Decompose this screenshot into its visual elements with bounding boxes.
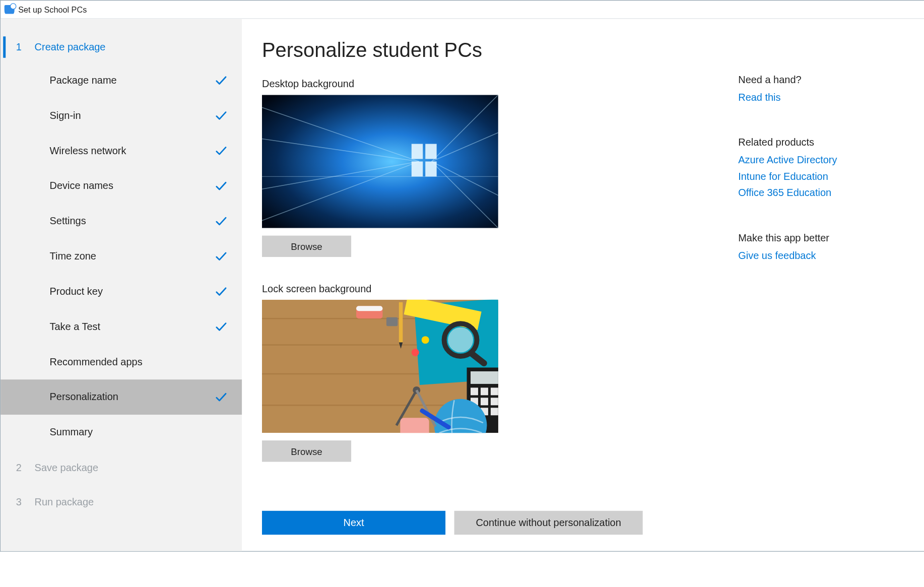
step-1-label: Create package [35,41,106,52]
sidebar-substep-product-key[interactable]: Product key [1,274,242,309]
step-3-label: Run package [35,496,94,507]
sidebar-substep-package-name[interactable]: Package name [1,63,242,98]
sidebar-substep-label: Device names [50,180,113,191]
sidebar-substep-take-a-test[interactable]: Take a Test [1,309,242,345]
sidebar-substep-personalization[interactable]: Personalization [1,379,242,415]
related-link-azure-active-directory[interactable]: Azure Active Directory [738,155,837,166]
app-icon [5,5,15,14]
sidebar-substep-label: Personalization [50,392,118,403]
step-2-label: Save package [35,463,98,474]
related-link-intune-for-education[interactable]: Intune for Education [738,171,828,182]
check-icon [214,179,229,192]
svg-rect-9 [412,144,423,159]
svg-rect-0 [262,95,498,228]
sidebar-substep-sign-in[interactable]: Sign-in [1,98,242,134]
check-icon [214,249,229,263]
help-sidebar: Need a hand? Read this Related products … [738,34,905,510]
sidebar-substep-label: Recommended apps [50,356,143,367]
check-icon [214,214,229,228]
related-heading: Related products [738,137,901,148]
sidebar-substep-label: Summary [50,427,93,438]
step-3-header: 3 Run package [1,486,242,517]
svg-rect-29 [471,371,498,384]
svg-rect-10 [425,144,436,159]
sidebar-substep-label: Package name [50,75,117,86]
accent-bar [3,36,6,57]
form-column: Personalize student PCs Desktop backgrou… [262,34,727,510]
svg-rect-47 [386,317,398,326]
sidebar-substep-settings[interactable]: Settings [1,204,242,239]
sidebar-substep-label: Settings [50,216,86,227]
check-icon [214,320,229,334]
svg-rect-30 [471,387,478,395]
svg-rect-11 [412,161,423,176]
main-pane: Personalize student PCs Desktop backgrou… [242,19,924,551]
lock-bg-preview [262,300,498,433]
app-window: Set up School PCs 1 Create package Packa… [0,0,924,552]
continue-without-button[interactable]: Continue without personalization [454,511,643,535]
related-link-office-365-education[interactable]: Office 365 Education [738,187,831,199]
sidebar: 1 Create package Package nameSign-inWire… [1,19,242,551]
svg-rect-34 [481,398,488,405]
svg-rect-23 [399,302,403,343]
check-icon [214,74,229,87]
svg-rect-31 [481,387,488,395]
sidebar-substep-label: Take a Test [50,321,101,332]
step-2-number: 2 [3,463,34,474]
lock-browse-button[interactable]: Browse [262,440,351,462]
sidebar-substep-wireless-network[interactable]: Wireless network [1,133,242,168]
sidebar-substep-label: Sign-in [50,110,81,121]
svg-rect-22 [356,306,382,311]
sidebar-substep-time-zone[interactable]: Time zone [1,239,242,274]
sidebar-substep-recommended-apps[interactable]: Recommended apps [1,344,242,379]
feedback-heading: Make this app better [738,232,901,243]
svg-rect-45 [400,418,429,433]
desktop-browse-button[interactable]: Browse [262,236,351,257]
substeps-list: Package nameSign-inWireless networkDevic… [1,63,242,450]
step-3-number: 3 [3,496,34,507]
app-title: Set up School PCs [18,5,87,14]
next-button[interactable]: Next [262,511,445,535]
lock-bg-label: Lock screen background [262,283,727,294]
check-icon [214,109,229,122]
svg-point-43 [422,336,429,344]
sidebar-substep-device-names[interactable]: Device names [1,168,242,204]
svg-point-44 [412,349,419,356]
step-1-number: 1 [3,41,34,52]
page-title: Personalize student PCs [262,39,727,62]
check-icon [214,144,229,158]
step-1-header[interactable]: 1 Create package [1,31,242,62]
check-icon [214,285,229,298]
footer-buttons: Next Continue without personalization [262,511,905,551]
content-area: 1 Create package Package nameSign-inWire… [1,19,924,551]
sidebar-substep-summary[interactable]: Summary [1,415,242,450]
titlebar: Set up School PCs [1,1,924,19]
desktop-bg-preview [262,95,498,228]
svg-point-26 [448,328,473,353]
check-icon [214,390,229,404]
svg-rect-38 [491,408,498,415]
svg-rect-12 [425,161,436,176]
sidebar-substep-label: Product key [50,286,103,297]
feedback-link[interactable]: Give us feedback [738,250,816,261]
help-heading: Need a hand? [738,74,901,85]
step-2-header: 2 Save package [1,452,242,484]
sidebar-substep-label: Wireless network [50,145,126,156]
desktop-bg-label: Desktop background [262,79,727,90]
svg-rect-32 [491,387,498,395]
sidebar-substep-label: Time zone [50,251,96,262]
svg-rect-35 [491,398,498,405]
help-link[interactable]: Read this [738,92,780,103]
